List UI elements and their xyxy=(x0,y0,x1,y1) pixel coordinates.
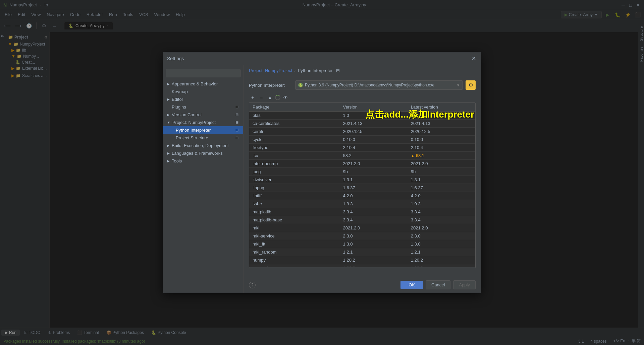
pkg-name-cell: intel-openmp xyxy=(249,160,340,168)
interpreter-value: Python 3.9 (NumpyProject) D:\Anaconda\en… xyxy=(305,83,434,87)
table-row[interactable]: freetype2.10.42.10.4 xyxy=(249,144,475,152)
pkg-name-cell: libpng xyxy=(249,184,340,192)
update-indicator: ▲ 68.1 xyxy=(411,153,472,158)
pkg-name-cell: icu xyxy=(249,152,340,160)
project-settings-label: Project: NumpyProject xyxy=(172,120,216,125)
ok-button[interactable]: OK xyxy=(400,281,423,289)
dialog-close-button[interactable]: ✕ xyxy=(470,55,477,62)
tree-plugins[interactable]: ▶ Plugins ⊞ xyxy=(163,103,243,111)
table-row[interactable]: ca-certificates2021.4.132021.4.13 xyxy=(249,120,475,128)
build-label: Build, Execution, Deployment xyxy=(172,143,229,148)
pkg-name-cell: matplotlib-base xyxy=(249,216,340,224)
table-row[interactable]: libtiff4.2.04.2.0 xyxy=(249,192,475,200)
appearance-label: Appearance & Behavior xyxy=(172,81,218,86)
package-table-body: blas1.01.0ca-certificates2021.4.132021.4… xyxy=(249,112,475,267)
pkg-version-cell: 1.3.0 xyxy=(340,240,408,248)
remove-package-button[interactable]: – xyxy=(258,94,265,101)
pkg-latest-cell: 2.3.0 xyxy=(408,232,475,240)
tree-arrow-build: ▶ xyxy=(167,144,170,147)
pkg-latest-cell: 1.3.1 xyxy=(408,176,475,184)
interpreter-gear-button[interactable]: ⚙ xyxy=(466,80,476,90)
help-button[interactable]: ? xyxy=(249,282,256,288)
breadcrumb-current-label: Python Interpreter xyxy=(298,68,333,73)
tree-appearance[interactable]: ▶ Appearance & Behavior xyxy=(163,80,243,88)
table-row[interactable]: mkl_fft1.3.01.3.0 xyxy=(249,240,475,248)
interpreter-dropdown[interactable]: 🐍 Python 3.9 (NumpyProject) D:\Anaconda\… xyxy=(295,80,463,90)
table-row[interactable]: numpy1.20.21.20.2 xyxy=(249,256,475,264)
pkg-version-cell: 0.10.0 xyxy=(340,136,408,144)
table-row[interactable]: jpeg9b9b xyxy=(249,168,475,176)
table-row[interactable]: matplotlib3.3.43.3.4 xyxy=(249,208,475,216)
tree-keymap[interactable]: ▶ Keymap xyxy=(163,88,243,95)
tree-arrow-editor: ▶ xyxy=(167,97,170,101)
table-row[interactable]: libpng1.6.371.6.37 xyxy=(249,184,475,192)
plugins-icon: ⊞ xyxy=(234,105,239,110)
table-row[interactable]: mkl_random1.2.11.2.1 xyxy=(249,248,475,256)
table-row[interactable]: cycler0.10.00.10.0 xyxy=(249,136,475,144)
show-all-packages-button[interactable]: 👁 xyxy=(282,94,289,101)
add-package-button[interactable]: + xyxy=(249,94,256,101)
pkg-name-cell: cycler xyxy=(249,136,340,144)
tree-project-structure[interactable]: ▶ Project Structure ⊞ xyxy=(163,134,243,142)
table-row[interactable]: matplotlib-base3.3.43.3.4 xyxy=(249,216,475,224)
table-row[interactable]: intel-openmp2021.2.02021.2.0 xyxy=(249,160,475,168)
pkg-version-cell: 3.3.4 xyxy=(340,208,408,216)
loading-spinner xyxy=(275,95,280,100)
pkg-version-cell: 1.0 xyxy=(340,112,408,120)
package-table-scroll[interactable]: blas1.01.0ca-certificates2021.4.132021.4… xyxy=(249,112,475,267)
cancel-button[interactable]: Cancel xyxy=(426,280,450,289)
pkg-version-cell: 1.3.1 xyxy=(340,176,408,184)
table-row[interactable]: blas1.01.0 xyxy=(249,112,475,120)
pkg-version-cell: 2021.2.0 xyxy=(340,224,408,232)
pkg-latest-cell: 9b xyxy=(408,168,475,176)
table-row[interactable]: lz4-c1.9.31.9.3 xyxy=(249,200,475,208)
project-structure-label: Project Structure xyxy=(176,135,208,140)
pkg-latest-cell: 0.10.0 xyxy=(408,136,475,144)
table-row[interactable]: certifi2020.12.52020.12.5 xyxy=(249,128,475,136)
apply-button[interactable]: Apply xyxy=(453,280,476,289)
tree-python-interpreter[interactable]: ▶ Python Interpreter ⊞ xyxy=(163,126,243,134)
tree-editor[interactable]: ▶ Editor xyxy=(163,95,243,103)
keymap-label: Keymap xyxy=(172,89,188,94)
plugins-label: Plugins xyxy=(172,105,186,110)
tree-version-control[interactable]: ▶ Version Control ⊞ xyxy=(163,111,243,119)
settings-search-input[interactable] xyxy=(166,69,240,77)
version-control-label: Version Control xyxy=(172,112,202,117)
python-interpreter-label: Python Interpreter xyxy=(176,128,211,133)
package-toolbar: + – ▲ 👁 xyxy=(249,94,476,101)
breadcrumb-project[interactable]: Project: NumpyProject xyxy=(249,68,292,73)
pkg-name-cell: numpy-base xyxy=(249,264,340,267)
tools-label: Tools xyxy=(172,158,182,163)
table-row[interactable]: kiwisolver1.3.11.3.1 xyxy=(249,176,475,184)
tree-languages[interactable]: ▶ Languages & Frameworks xyxy=(163,149,243,157)
tree-tools[interactable]: ▶ Tools xyxy=(163,157,243,165)
tree-project[interactable]: ▼ Project: NumpyProject ⊞ xyxy=(163,119,243,126)
table-row[interactable]: mkl2021.2.02021.2.0 xyxy=(249,224,475,232)
dialog-overlay: Settings ✕ ▶ Appearance & Behavior ▶ Key… xyxy=(0,0,644,345)
pkg-version-cell: 1.20.2 xyxy=(340,264,408,267)
tree-arrow-project: ▼ xyxy=(167,121,170,124)
pkg-version-cell: 9b xyxy=(340,168,408,176)
tree-arrow-lang: ▶ xyxy=(167,151,170,155)
pkg-latest-cell: 1.0 xyxy=(408,112,475,120)
python-interp-icon: 🐍 xyxy=(298,83,303,87)
upgrade-package-button[interactable]: ▲ xyxy=(266,94,274,101)
tree-build[interactable]: ▶ Build, Execution, Deployment xyxy=(163,142,243,149)
ide-background: N NumpyProject › lib NumpyProject – Crea… xyxy=(0,0,644,345)
tree-arrow-appearance: ▶ xyxy=(167,82,170,86)
pkg-name-cell: kiwisolver xyxy=(249,176,340,184)
pkg-latest-cell: ▲ 68.1 xyxy=(408,152,475,160)
pkg-version-cell: 58.2 xyxy=(340,152,408,160)
package-table-body-rows: blas1.01.0ca-certificates2021.4.132021.4… xyxy=(249,112,475,267)
pkg-name-cell: mkl_random xyxy=(249,248,340,256)
table-row[interactable]: numpy-base1.20.21.20.2 xyxy=(249,264,475,267)
pkg-version-cell: 2.3.0 xyxy=(340,232,408,240)
package-table: Package Version Latest version xyxy=(249,103,475,112)
ps-icon: ⊞ xyxy=(234,136,239,140)
pkg-latest-cell: 1.3.0 xyxy=(408,240,475,248)
table-row[interactable]: icu58.2▲ 68.1 xyxy=(249,152,475,160)
dialog-title: Settings xyxy=(167,56,184,61)
table-row[interactable]: mkl-service2.3.02.3.0 xyxy=(249,232,475,240)
languages-label: Languages & Frameworks xyxy=(172,151,223,156)
settings-left-panel: ▶ Appearance & Behavior ▶ Keymap ▶ Edito… xyxy=(163,65,244,293)
